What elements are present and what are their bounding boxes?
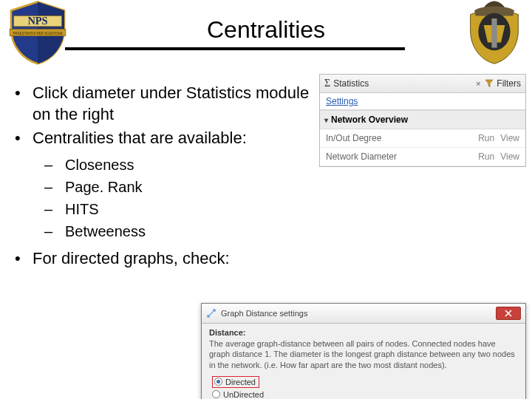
run-link[interactable]: Run xyxy=(478,151,494,162)
funnel-icon xyxy=(485,79,494,88)
stat-name: Network Diameter xyxy=(326,151,472,162)
bullet-text: Centralities that are available: xyxy=(33,128,247,149)
stat-name: In/Out Degree xyxy=(326,133,472,143)
tab-label: Filters xyxy=(497,78,521,89)
collapse-triangle-icon: ▾ xyxy=(324,116,328,124)
tab-filters[interactable]: Filters xyxy=(485,78,521,89)
radio-icon xyxy=(214,378,222,386)
radio-directed[interactable]: Directed xyxy=(212,376,518,388)
sub-bullet-text: Closeness xyxy=(65,155,134,174)
bullet-item: • Click diameter under Statistics module… xyxy=(15,83,310,125)
dash-marker: – xyxy=(44,200,65,219)
section-header[interactable]: ▾ Network Overview xyxy=(320,110,525,129)
stat-row: In/Out Degree Run View xyxy=(320,129,525,148)
dialog-close-button[interactable] xyxy=(496,307,521,320)
sub-bullet-item: –Betweeness xyxy=(44,222,310,241)
svg-point-7 xyxy=(213,309,216,312)
bullet-item: • Centralities that are available: xyxy=(15,128,310,149)
west-point-crest-logo xyxy=(461,0,528,65)
view-link[interactable]: View xyxy=(500,133,519,143)
sub-bullet-item: –Closeness xyxy=(44,155,310,174)
slide-title: Centralities xyxy=(0,0,532,44)
distance-description: The average graph-distance between all p… xyxy=(209,338,518,370)
stat-row: Network Diameter Run View xyxy=(320,148,525,166)
radio-label: Directed xyxy=(225,378,256,386)
tab-statistics[interactable]: Σ Statistics xyxy=(324,78,369,89)
dash-marker: – xyxy=(44,155,65,174)
panel-tabs: Σ Statistics × Filters xyxy=(320,75,525,93)
bullet-marker: • xyxy=(15,248,33,270)
dialog-title: Graph Distance settings xyxy=(221,309,307,318)
bullet-marker: • xyxy=(15,128,33,149)
title-underline xyxy=(65,47,405,50)
svg-text:NPS: NPS xyxy=(27,15,47,27)
dialog-icon xyxy=(206,308,216,318)
sub-bullet-item: –HITS xyxy=(44,200,310,219)
sub-bullet-text: HITS xyxy=(65,200,99,219)
radio-undirected[interactable]: UnDirected xyxy=(212,390,518,399)
highlight-box: Directed xyxy=(212,376,259,388)
bullet-marker: • xyxy=(15,83,33,125)
sub-bullet-text: Page. Rank xyxy=(65,177,143,197)
nps-shield-logo: NPS PRAESTANTIA PER SCIENTIAM xyxy=(4,0,71,65)
svg-text:PRAESTANTIA PER SCIENTIAM: PRAESTANTIA PER SCIENTIAM xyxy=(13,32,63,35)
tab-label: Statistics xyxy=(333,78,369,89)
tab-close-icon[interactable]: × xyxy=(476,79,480,88)
sub-bullet-text: Betweeness xyxy=(65,222,146,241)
dialog-titlebar: Graph Distance settings xyxy=(202,304,525,324)
run-link[interactable]: Run xyxy=(478,133,494,143)
radio-icon xyxy=(212,390,220,398)
dialog-body: Distance: The average graph-distance bet… xyxy=(202,324,525,399)
bullet-text: Click diameter under Statistics module o… xyxy=(33,83,310,125)
bullet-text: For directed graphs, check: xyxy=(33,248,230,270)
slide-header: NPS PRAESTANTIA PER SCIENTIAM Centraliti… xyxy=(0,0,532,59)
sub-bullet-item: –Page. Rank xyxy=(44,177,310,197)
svg-point-6 xyxy=(207,315,210,318)
distance-label: Distance: xyxy=(209,328,518,337)
view-link[interactable]: View xyxy=(500,151,519,162)
sigma-icon: Σ xyxy=(324,78,330,89)
svg-rect-5 xyxy=(491,18,497,48)
dash-marker: – xyxy=(44,222,65,241)
svg-line-8 xyxy=(210,312,214,316)
settings-link[interactable]: Settings xyxy=(320,93,525,110)
radio-label: UnDirected xyxy=(223,390,264,399)
bullet-item: • For directed graphs, check: xyxy=(15,248,310,270)
sub-bullet-list: –Closeness –Page. Rank –HITS –Betweeness xyxy=(44,155,310,241)
section-title: Network Overview xyxy=(331,115,408,125)
dash-marker: – xyxy=(44,177,65,197)
graph-distance-dialog: Graph Distance settings Distance: The av… xyxy=(201,303,526,399)
slide-body: • Click diameter under Statistics module… xyxy=(15,83,310,272)
statistics-panel: Σ Statistics × Filters Settings ▾ Networ… xyxy=(319,74,526,167)
